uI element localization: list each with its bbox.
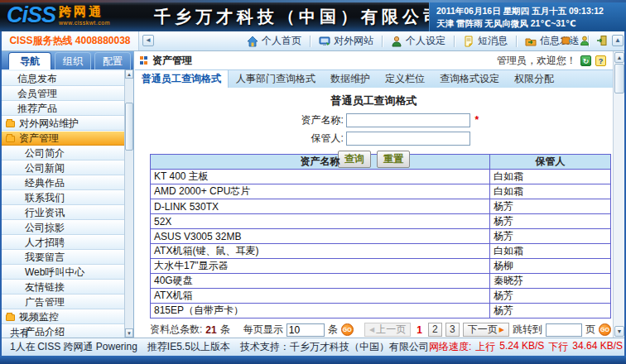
tab-data-maintain[interactable]: 数据维护 — [323, 70, 378, 88]
jump-go-button[interactable]: GO — [599, 323, 611, 336]
scroll-up-icon[interactable]: ▲ — [614, 52, 624, 63]
asset-name-cell: 大水牛17"显示器 — [151, 259, 490, 274]
sidebar-tab-nav[interactable]: 导航 — [8, 52, 51, 69]
tab-define-fields[interactable]: 定义栏位 — [378, 70, 432, 88]
sidebar-item-member-mgmt[interactable]: 会员管理 — [2, 86, 124, 101]
per-page-label: 每页显示 — [243, 323, 283, 337]
personal-settings-button[interactable]: 个人设定 — [383, 34, 454, 48]
sidebar-scroll-thumb[interactable] — [125, 103, 133, 151]
toolbar-button-label: 短消息 — [478, 34, 508, 48]
folder-icon — [6, 136, 15, 142]
sidebar-item-label: 会员管理 — [17, 88, 57, 99]
jump-label: 跳转到 — [513, 323, 542, 337]
sidebar-item-web-callcenter[interactable]: Web呼叫中心 — [2, 265, 124, 280]
left-border — [0, 31, 2, 356]
sidebar-tab-org[interactable]: 组织 — [55, 52, 91, 69]
sidebar-item-recommend[interactable]: 推荐产品 — [2, 101, 124, 116]
logo-suffix: 跨网通 — [59, 4, 110, 20]
sidebar-item-company-photos[interactable]: 公司掠影 — [2, 220, 124, 235]
keeper-cell: 白如霜 — [490, 184, 611, 199]
sidebar-item-label: Web呼叫中心 — [25, 266, 84, 278]
per-page-go-button[interactable]: GO — [341, 323, 354, 336]
sidebar-item-contact-us[interactable]: 联系我们 — [2, 190, 124, 205]
tab-permission-assign[interactable]: 权限分配 — [507, 70, 561, 88]
toolbar: CISS服务热线 4008880038 ◄ 个人首页 对外网站 — [0, 31, 626, 51]
pagination-bar: 资料总条数: 21 条 每页显示 条 GO ◀ 上一页 1 2 3 — [150, 323, 611, 337]
toolbar-button-label: 个人设定 — [406, 34, 445, 48]
main-scroll-thumb[interactable] — [614, 64, 624, 93]
sidebar-scrollbar[interactable]: ▲ ▼ — [124, 69, 133, 338]
table-row: 815EP（自带声卡）杨芳 — [151, 304, 611, 318]
keeper-cell: 白如霜 — [490, 170, 611, 184]
total-count: 21 — [205, 324, 216, 336]
sidebar-item-feedback[interactable]: 我要留言 — [2, 250, 124, 265]
tab-query-format-setting[interactable]: 查询格式设定 — [432, 70, 507, 88]
online-users-icon[interactable] — [579, 35, 590, 46]
tab-hr-dept-query[interactable]: 人事部门查询格式 — [229, 70, 323, 88]
search-button[interactable]: 查询 — [338, 151, 371, 168]
sidebar: 导航 组织 配置 信息发布 会员管理 推荐产品 对外网站维护 资产管理 公司简介… — [2, 51, 134, 338]
asset-name-cell: D-LINK 530TX — [151, 199, 490, 214]
sidebar-item-label: 联系我们 — [25, 192, 65, 204]
sidebar-item-company-news[interactable]: 公司新闻 — [2, 160, 124, 175]
table-row: 40G硬盘秦晓芬 — [151, 274, 611, 289]
page-3-button[interactable]: 3 — [445, 323, 460, 337]
sidebar-item-label: 行业资讯 — [25, 207, 65, 218]
keeper-cell: 杨芳 — [490, 304, 611, 318]
keeper-cell: 秦晓芬 — [490, 274, 611, 289]
logo-text: CiSS — [7, 4, 55, 26]
jump-page-input[interactable] — [546, 323, 582, 337]
sidebar-item-company-intro[interactable]: 公司简介 — [2, 146, 124, 160]
sidebar-tab-config[interactable]: 配置 — [94, 52, 131, 69]
keeper-input[interactable] — [346, 132, 470, 146]
sidebar-item-ad-mgmt[interactable]: 广告管理 — [2, 295, 124, 309]
scroll-up-icon[interactable]: ▲ — [125, 69, 133, 79]
personal-home-button[interactable]: 个人首页 — [238, 34, 310, 48]
network-speed: 网络速度: 上行 5.24 KB/S 下行 34.64 KB/S — [429, 340, 626, 354]
refresh-icon[interactable]: ↻ — [580, 55, 591, 66]
logout-icon[interactable] — [596, 35, 608, 46]
sidebar-item-video-monitor[interactable]: 视频监控 — [2, 309, 124, 324]
collapse-sidebar-button[interactable]: ◄ — [142, 35, 154, 46]
keeper-cell: 杨芳 — [490, 214, 611, 229]
welcome-area: 管理员，欢迎您！ ↻ ? — [497, 54, 606, 68]
next-arrow-icon: ▶ — [499, 323, 504, 336]
tab-normal-employee-query[interactable]: 普通员工查询格式 — [135, 70, 229, 88]
sidebar-item-industry-news[interactable]: 行业资讯 — [2, 205, 124, 220]
sidebar-item-friend-links[interactable]: 友情链接 — [2, 280, 124, 295]
scroll-down-icon[interactable]: ▼ — [614, 326, 624, 337]
external-site-button[interactable]: 对外网站 — [311, 34, 382, 48]
keeper-cell: 白如霜 — [490, 244, 611, 259]
page-2-button[interactable]: 2 — [428, 323, 442, 337]
required-mark: * — [475, 114, 479, 126]
collapse-toolbar-button[interactable]: ▲ — [612, 35, 624, 46]
prev-page-button[interactable]: ◀ 上一页 — [364, 323, 411, 337]
sidebar-item-recruit[interactable]: 人才招聘 — [2, 235, 124, 250]
main-scrollbar[interactable]: ▲ ▼ — [613, 51, 624, 338]
keeper-cell: 杨芳 — [490, 289, 611, 304]
help-icon[interactable]: ? — [595, 55, 606, 66]
asset-table: 资产名称 保管人 KT 400 主板白如霜 AMD 2000+ CPU芯片白如霜… — [150, 154, 611, 318]
sidebar-item-label: 信息发布 — [17, 73, 57, 84]
sidebar-item-external-site[interactable]: 对外网站维护 — [2, 116, 124, 131]
sidebar-item-classic-works[interactable]: 经典作品 — [2, 175, 124, 190]
per-page-input[interactable] — [287, 323, 325, 337]
scroll-down-icon[interactable]: ▼ — [125, 328, 133, 338]
asset-name-cell: AMD 2000+ CPU芯片 — [151, 184, 490, 199]
keeper-cell: 杨芳 — [490, 199, 611, 214]
sidebar-item-info-publish[interactable]: 信息发布 — [2, 71, 124, 86]
download-label: 下行 — [548, 340, 568, 354]
toolbar-buttons: 个人首页 对外网站 个人设定 短消息 — [238, 31, 589, 50]
asset-name-input[interactable] — [346, 113, 470, 127]
upload-label: 上行 — [475, 340, 495, 354]
sidebar-item-asset-mgmt[interactable]: 资产管理 — [2, 131, 124, 146]
table-row: ATX机箱(键、鼠、耳麦)白如霜 — [151, 244, 611, 259]
toolbar-button-label: 对外网站 — [334, 34, 373, 48]
keeper-cell: 杨柳 — [490, 259, 611, 274]
sidebar-item-label: 友情链接 — [25, 281, 65, 293]
service-hotline: CISS服务热线 4008880038 — [2, 31, 139, 50]
short-message-button[interactable]: 短消息 — [455, 34, 516, 48]
reset-button[interactable]: 重置 — [377, 151, 410, 168]
next-page-button[interactable]: 下一页 ▶ — [463, 323, 509, 337]
message-manager-icon[interactable] — [561, 35, 573, 46]
